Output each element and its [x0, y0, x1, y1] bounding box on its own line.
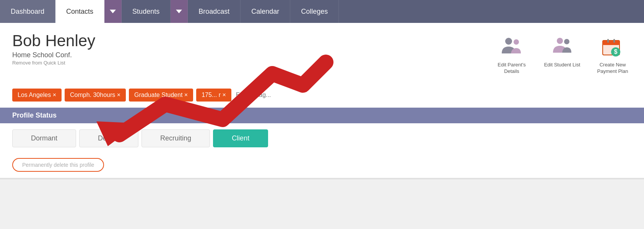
tag-graduate-text: Graduate Student × — [134, 92, 188, 98]
svg-rect-6 — [603, 40, 620, 45]
tag-30hours-text: Comph. 30hours × — [70, 92, 120, 98]
nav-item-broadcast[interactable]: Broadcast — [188, 0, 241, 23]
delete-section: Permanently delete this profile — [12, 153, 632, 178]
delete-profile-button[interactable]: Permanently delete this profile — [12, 158, 104, 172]
svg-point-1 — [514, 39, 519, 45]
tags-section: Los Angeles × Comph. 30hours × Graduate … — [12, 82, 632, 108]
svg-point-2 — [557, 38, 563, 44]
main-content: Bob Henley Home School Conf. Remove from… — [0, 23, 644, 179]
nav-item-contacts[interactable]: Contacts — [55, 0, 104, 23]
status-recruiting[interactable]: Recruiting — [141, 129, 210, 147]
tag-30hours[interactable]: Comph. 30hours × — [65, 89, 126, 102]
header-section: Bob Henley Home School Conf. Remove from… — [12, 32, 632, 82]
student-icon — [550, 35, 574, 60]
parents-icon — [499, 35, 524, 60]
tag-graduate[interactable]: Graduate Student × — [129, 89, 193, 102]
status-client[interactable]: Client — [213, 129, 268, 147]
profile-info: Bob Henley Home School Conf. Remove from… — [12, 32, 95, 66]
nav-label-dashboard: Dashboard — [11, 8, 44, 16]
profile-subtitle: Home School Conf. — [12, 51, 95, 59]
svg-point-0 — [505, 38, 512, 45]
profile-status-header: Profile Status — [0, 108, 644, 123]
nav-label-contacts: Contacts — [66, 8, 93, 16]
create-payment-label: Create New Payment Plan — [594, 62, 632, 75]
create-payment-button[interactable]: $ Create New Payment Plan — [594, 35, 632, 75]
edit-student-label: Edit Student List — [544, 62, 581, 68]
tag-los-angeles-text: Los Angeles × — [18, 92, 56, 98]
payment-icon: $ — [600, 35, 625, 60]
nav-item-students[interactable]: Students — [122, 0, 171, 23]
tag-175[interactable]: 175... r × — [196, 89, 231, 102]
nav-label-colleges: Colleges — [301, 8, 328, 16]
svg-point-3 — [564, 39, 569, 44]
status-buttons: Dormant Default Recruiting Client — [12, 123, 632, 153]
bottom-divider — [0, 178, 644, 179]
nav-item-calendar[interactable]: Calendar — [241, 0, 290, 23]
nav-dropdown-students[interactable] — [171, 0, 188, 23]
tag-los-angeles[interactable]: Los Angeles × — [12, 89, 62, 102]
navbar: Dashboard Contacts Students Broadcast Ca… — [0, 0, 644, 23]
chevron-down-icon — [176, 8, 182, 15]
edit-parents-button[interactable]: Edit Parent's Details — [493, 35, 531, 75]
status-dormant[interactable]: Dormant — [12, 129, 76, 147]
chevron-down-icon — [110, 8, 116, 15]
profile-status-title: Profile Status — [12, 111, 57, 119]
quick-list-link[interactable]: Remove from Quick List — [12, 60, 65, 66]
profile-name: Bob Henley — [12, 32, 95, 50]
nav-item-colleges[interactable]: Colleges — [290, 0, 339, 23]
nav-label-broadcast: Broadcast — [198, 8, 229, 16]
action-icons: Edit Parent's Details Edit Student List — [493, 35, 632, 75]
annotation-overlay: Dormant Default Recruiting Client — [12, 123, 632, 153]
nav-item-dashboard[interactable]: Dashboard — [0, 0, 55, 23]
nav-label-calendar: Calendar — [251, 8, 279, 16]
edit-parents-icon-wrap — [499, 35, 524, 60]
edit-parents-label: Edit Parent's Details — [493, 62, 531, 75]
svg-rect-7 — [607, 39, 609, 43]
nav-dropdown-contacts[interactable] — [104, 0, 122, 23]
tag-175-text: 175... r × — [202, 92, 226, 98]
svg-text:$: $ — [614, 48, 618, 55]
edit-student-icon-wrap — [550, 35, 574, 60]
status-default[interactable]: Default — [79, 129, 138, 147]
create-payment-icon-wrap: $ — [600, 35, 625, 60]
tag-input[interactable] — [234, 89, 314, 102]
svg-rect-8 — [613, 39, 615, 43]
edit-student-button[interactable]: Edit Student List — [543, 35, 581, 68]
nav-label-students: Students — [132, 8, 159, 16]
